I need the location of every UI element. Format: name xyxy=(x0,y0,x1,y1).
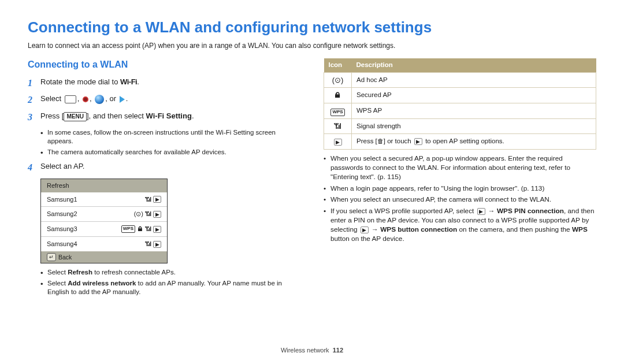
chevron-right-icon: ▶ xyxy=(324,134,352,150)
right-column: Icon Description (⊙) Ad hoc AP 🔒︎ Secure… xyxy=(324,58,596,301)
adhoc-icon: (⊙) xyxy=(324,72,352,88)
menu-button-icon: MENU xyxy=(64,112,86,121)
trash-icon: 🗑︎ xyxy=(377,137,384,146)
step-number: 2 xyxy=(28,94,40,106)
step-3: 3 Press [MENU], and then select Wi-Fi Se… xyxy=(28,111,300,124)
step4-notes: Select Refresh to refresh connectable AP… xyxy=(40,268,300,297)
wps-icon: WPS xyxy=(121,225,135,233)
mode-icon-globe xyxy=(95,95,104,104)
note-item: The camera automatically searches for av… xyxy=(40,148,300,157)
wifi-signal-icon: 📶︎ xyxy=(324,118,352,134)
wifi-signal-icon: 📶︎ xyxy=(145,195,151,204)
note-item: In some cases, follow the on-screen inst… xyxy=(40,128,300,146)
adhoc-icon: (⊙) xyxy=(134,210,143,218)
mode-icon-record xyxy=(83,96,88,102)
wifi-signal-icon: 📶︎ xyxy=(145,225,151,233)
table-cell: Press [🗑︎] or touch ▶ to open AP setting… xyxy=(352,134,596,150)
table-cell: Ad hoc AP xyxy=(352,72,596,88)
table-head-desc: Description xyxy=(352,58,596,72)
step3-notes: In some cases, follow the on-screen inst… xyxy=(40,128,300,157)
left-column: Connecting to a WLAN 1 Rotate the mode d… xyxy=(28,58,300,301)
table-cell: WPS AP xyxy=(352,103,596,118)
lock-icon: 🔒︎ xyxy=(137,225,143,233)
note-item: Select Add wireless network to add an AP… xyxy=(40,279,300,297)
mode-icon-play xyxy=(120,96,125,103)
chevron-right-icon: ▶ xyxy=(153,241,161,248)
step1-post: . xyxy=(137,77,139,86)
chevron-right-icon: ▶ xyxy=(361,226,369,233)
chevron-right-icon: ▶ xyxy=(414,138,422,145)
wifi-signal-icon: 📶︎ xyxy=(145,240,151,248)
note-item: When you select an unsecured AP, the cam… xyxy=(324,195,596,205)
note-item: Select Refresh to refresh connectable AP… xyxy=(40,268,300,277)
note-item: When you select a secured AP, a pop-up w… xyxy=(324,154,596,182)
intro-text: Learn to connect via an access point (AP… xyxy=(28,41,596,50)
ap-list-screenshot: Refresh Samsung1 📶︎ ▶ Samsung2 (⊙) 📶︎ ▶ … xyxy=(40,179,168,263)
step2-label: Select xyxy=(40,94,64,103)
step3-post: . xyxy=(192,112,194,120)
step-4: 4 Select an AP. xyxy=(28,161,300,174)
step-number: 4 xyxy=(28,161,40,174)
footer-section: Wireless network xyxy=(281,347,329,354)
step-number: 3 xyxy=(28,111,40,124)
step3-pre: Press [ xyxy=(40,112,64,120)
wifi-signal-icon: 📶︎ xyxy=(145,210,151,218)
page-title: Connecting to a WLAN and configuring net… xyxy=(28,17,596,38)
icon-description-table: Icon Description (⊙) Ad hoc AP 🔒︎ Secure… xyxy=(324,58,596,150)
right-notes: When you select a secured AP, a pop-up w… xyxy=(324,154,596,244)
page-footer: Wireless network 112 xyxy=(0,346,624,355)
step-2: 2 Select , , , or . xyxy=(28,94,300,106)
ap-row: Samsung1 📶︎ ▶ xyxy=(41,192,167,207)
ap-name: Samsung4 xyxy=(47,240,143,248)
chevron-right-icon: ▶ xyxy=(477,208,485,215)
back-icon: ↵ xyxy=(47,253,56,261)
ap-row: Samsung4 📶︎ ▶ xyxy=(41,236,167,251)
back-label: Back xyxy=(58,253,72,261)
mode-icon-rect xyxy=(65,95,76,103)
ap-list-refresh: Refresh xyxy=(41,179,167,192)
wps-icon: WPS xyxy=(324,103,352,118)
table-cell: Secured AP xyxy=(352,88,596,103)
ap-name: Samsung2 xyxy=(47,210,132,218)
note-item: If you select a WPS profile supported AP… xyxy=(324,207,596,244)
step1-pre: Rotate the mode dial to xyxy=(40,77,120,86)
step2-tail: , or xyxy=(105,94,118,103)
wifi-icon: Wi-Fi xyxy=(120,77,137,86)
table-head-icon: Icon xyxy=(324,58,352,72)
chevron-right-icon: ▶ xyxy=(153,211,161,218)
lock-icon: 🔒︎ xyxy=(324,88,352,103)
table-cell: Signal strength xyxy=(352,118,596,134)
step3-mid: ], and then select xyxy=(87,112,146,120)
step3-bold: Wi-Fi Setting xyxy=(146,112,192,120)
step4-label: Select an AP. xyxy=(40,161,300,172)
step-number: 1 xyxy=(28,77,40,90)
footer-page: 112 xyxy=(333,347,343,354)
ap-row: Samsung2 (⊙) 📶︎ ▶ xyxy=(41,206,167,221)
step-1: 1 Rotate the mode dial to Wi-Fi. xyxy=(28,77,300,90)
ap-row: Samsung3 WPS 🔒︎ 📶︎ ▶ xyxy=(41,221,167,236)
ap-list-footer: ↵ Back xyxy=(41,251,167,263)
ap-name: Samsung1 xyxy=(47,195,143,204)
ap-name: Samsung3 xyxy=(47,225,120,233)
note-item: When a login page appears, refer to "Usi… xyxy=(324,184,596,194)
chevron-right-icon: ▶ xyxy=(153,226,161,233)
chevron-right-icon: ▶ xyxy=(153,196,161,203)
section-heading: Connecting to a WLAN xyxy=(28,58,300,71)
